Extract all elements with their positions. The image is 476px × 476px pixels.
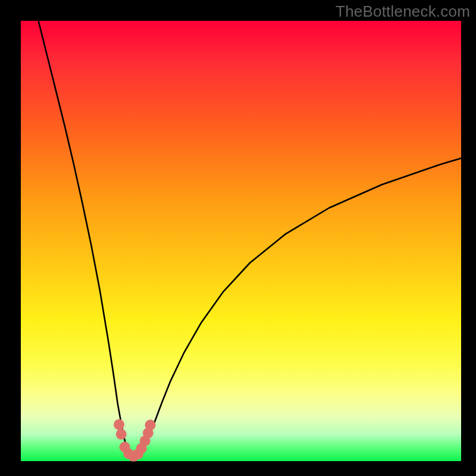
chart-frame: TheBottleneck.com	[0, 0, 476, 476]
curve-markers	[114, 419, 156, 462]
plot-area	[21, 21, 461, 461]
bottleneck-curve	[39, 21, 461, 456]
curve-layer	[21, 21, 461, 461]
curve-marker	[114, 419, 124, 430]
watermark-text: TheBottleneck.com	[336, 2, 470, 21]
curve-marker	[116, 429, 127, 440]
curve-marker	[145, 419, 156, 430]
